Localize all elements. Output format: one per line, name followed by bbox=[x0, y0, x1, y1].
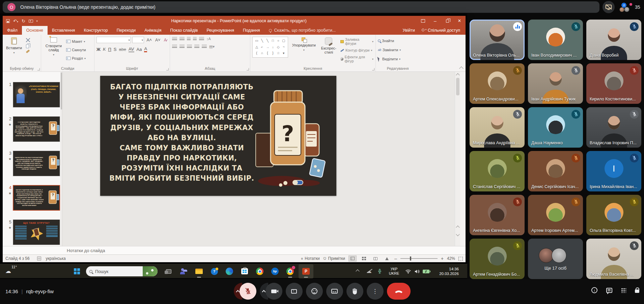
onedrive-tray-icon[interactable]: ☁ bbox=[364, 264, 374, 278]
tab-Анімація[interactable]: Анімація bbox=[140, 26, 166, 35]
shape-outline-button[interactable]: Контур фігури ▾ bbox=[340, 47, 373, 54]
slide-thumbnail-5[interactable]: 5★ЩО ТАКЕ ОТРУТА? bbox=[4, 219, 60, 245]
new-slide-button[interactable]: Створити слайд▾ bbox=[43, 37, 64, 62]
thumbnail-slide-preview[interactable]: «ПСИХОАКТИВНІ РЕЧОВИНИ (ПАР): ПРАВДА, РИ… bbox=[13, 82, 60, 108]
tray-expand-button[interactable] bbox=[354, 264, 362, 278]
font-size-combo[interactable]: ▾ bbox=[132, 37, 144, 43]
host-controls-button[interactable] bbox=[635, 290, 639, 293]
customize-qat-icon[interactable]: ▾ bbox=[36, 20, 38, 23]
tab-Конструктор[interactable]: Конструктор bbox=[79, 26, 112, 35]
clock-tray[interactable]: 14:3620.03.2026 bbox=[433, 264, 465, 278]
save-icon[interactable] bbox=[6, 19, 10, 23]
battery-tray-icon[interactable] bbox=[421, 264, 431, 278]
zoom-level[interactable]: 42% bbox=[447, 256, 455, 261]
change-case-button[interactable]: Aa bbox=[137, 47, 142, 52]
participant-tile[interactable]: Олена Вікторівна Оль... bbox=[470, 20, 525, 60]
close-button[interactable]: × bbox=[453, 16, 466, 26]
thumbnail-slide-preview[interactable]: Багато підлітків потрапляють у небезпечн… bbox=[13, 185, 60, 211]
align-center-icon[interactable] bbox=[179, 45, 185, 49]
increase-indent-icon[interactable] bbox=[193, 37, 197, 41]
shapes-gallery[interactable]: ▭╲╲□○▢ △⌐→↓◇~ (∩{}☆▾ bbox=[252, 37, 288, 58]
participant-tile[interactable]: Артем Генадійович Бо... bbox=[470, 239, 525, 279]
tab-Подання[interactable]: Подання bbox=[239, 26, 264, 35]
ribbon-display-options-button[interactable] bbox=[417, 16, 429, 26]
minimize-button[interactable]: – bbox=[429, 16, 441, 26]
participant-tile[interactable]: Денис Сергійович Ісач... bbox=[528, 151, 583, 191]
reading-view-button[interactable] bbox=[371, 255, 380, 262]
camera-control[interactable] bbox=[260, 283, 282, 300]
zoom-in-button[interactable]: + bbox=[441, 256, 444, 261]
hp-button[interactable]: hp bbox=[268, 264, 282, 278]
numbering-icon[interactable] bbox=[179, 37, 185, 41]
store-button[interactable] bbox=[238, 264, 251, 278]
bullets-icon[interactable] bbox=[172, 37, 177, 41]
tab-Файл[interactable]: Файл bbox=[3, 26, 22, 35]
participant-tile[interactable]: Артем Ігорович Артем... bbox=[528, 195, 583, 235]
thumbnails-scrollbar[interactable] bbox=[60, 72, 62, 246]
cut-icon[interactable] bbox=[26, 38, 30, 42]
participant-tile[interactable]: Іван Андрійович Тужик bbox=[528, 63, 583, 104]
previous-slide-button[interactable] bbox=[455, 224, 460, 231]
slide-thumbnail-4[interactable]: 4★Багато підлітків потрапляють у небезпе… bbox=[4, 185, 60, 211]
tab-Вставлення[interactable]: Вставлення bbox=[48, 26, 79, 35]
bold-button[interactable]: Ж bbox=[96, 47, 101, 52]
collapse-ribbon-icon[interactable] bbox=[459, 66, 464, 71]
vertical-scrollbar[interactable] bbox=[455, 72, 460, 246]
leave-call-button[interactable] bbox=[387, 283, 411, 300]
participant-tile[interactable]: Ангеліна Євгенівна Хо... bbox=[470, 195, 525, 235]
scrollbar-thumb[interactable] bbox=[456, 78, 459, 95]
slide-canvas[interactable]: БАГАТО ПІДЛІТКІВ ПОТРАПЛЯЮТЬ У НЕБЕЗПЕЧН… bbox=[100, 76, 336, 196]
font-color-button[interactable]: A bbox=[144, 46, 147, 52]
tips-button[interactable]: ? bbox=[207, 264, 221, 278]
chrome-profile-button[interactable] bbox=[283, 264, 297, 278]
columns-icon[interactable] bbox=[202, 45, 207, 49]
task-view-button[interactable] bbox=[162, 264, 175, 278]
participant-tile[interactable]: Іван Володимирович ... bbox=[528, 20, 583, 60]
powerpoint-taskbar-button[interactable]: P bbox=[299, 264, 313, 278]
shape-effects-button[interactable]: Ефекти для фігур ▾ bbox=[340, 56, 373, 62]
tab-Переходи[interactable]: Переходи bbox=[112, 26, 140, 35]
participant-tile[interactable]: Кирило Костянтинови... bbox=[586, 63, 641, 104]
shadow-button[interactable]: S bbox=[114, 47, 117, 52]
section-button[interactable]: Розділ ▾ bbox=[66, 55, 86, 62]
start-button[interactable] bbox=[70, 264, 84, 278]
dialog-launcher[interactable] bbox=[372, 68, 374, 70]
participant-tile[interactable]: Мирослава Андріївна ... bbox=[470, 107, 525, 148]
smartart-convert-icon[interactable]: ▤▾ bbox=[209, 44, 215, 49]
language-indicator[interactable]: українська bbox=[46, 256, 66, 261]
participant-tile[interactable]: Станіслав Сергійович ... bbox=[470, 151, 525, 191]
microphone-tray-icon[interactable] bbox=[375, 264, 384, 278]
wifi-tray-icon[interactable] bbox=[403, 264, 413, 278]
slideshow-icon[interactable] bbox=[29, 20, 33, 23]
underline-button[interactable]: П bbox=[108, 47, 111, 52]
slide-thumbnail-2[interactable]: 2★У сучасному світі підлітки можуть стик… bbox=[4, 116, 60, 142]
restore-button[interactable] bbox=[441, 16, 453, 26]
slide-thumbnail-3[interactable]: 3★Наркотичні та інші психоактивні речови… bbox=[4, 151, 60, 176]
mic-control[interactable] bbox=[234, 283, 256, 300]
redo-icon[interactable]: ↻ bbox=[22, 19, 25, 24]
slideshow-view-button[interactable] bbox=[383, 255, 391, 262]
notes-toggle[interactable]: ≡Нотатки bbox=[301, 256, 319, 261]
zoom-slider[interactable] bbox=[400, 258, 438, 259]
tab-Показ слайдів[interactable]: Показ слайдів bbox=[166, 26, 202, 35]
raise-hand-button[interactable] bbox=[346, 283, 363, 300]
dialog-launcher[interactable] bbox=[37, 68, 40, 70]
shrink-font-icon[interactable]: A˅ bbox=[154, 37, 162, 43]
italic-button[interactable]: К bbox=[103, 47, 106, 52]
line-spacing-icon[interactable] bbox=[199, 37, 204, 41]
participant-tile[interactable]: Людмила Василівна ... bbox=[586, 239, 641, 279]
language-switcher[interactable]: УКРUKRE bbox=[387, 264, 401, 278]
zoom-slider-thumb[interactable] bbox=[410, 256, 411, 261]
tab-Основне[interactable]: Основне bbox=[22, 26, 48, 35]
participant-tile[interactable]: Даша Науменко bbox=[528, 107, 583, 148]
mic-mute-button[interactable] bbox=[240, 283, 256, 300]
slide-thumbnail-1[interactable]: 1«ПСИХОАКТИВНІ РЕЧОВИНИ (ПАР): ПРАВДА, Р… bbox=[4, 82, 60, 108]
sign-in-button[interactable]: Увійти bbox=[403, 28, 415, 33]
shape-fill-button[interactable]: Заливка фігури ▾ bbox=[340, 38, 373, 45]
text-direction-icon[interactable]: ↕A bbox=[206, 37, 211, 41]
align-right-icon[interactable] bbox=[187, 45, 192, 49]
replace-button[interactable]: abЗамінити ▾ bbox=[378, 47, 418, 53]
arrange-button[interactable]: Упорядкувати▾ bbox=[291, 37, 317, 62]
activities-button[interactable] bbox=[621, 288, 626, 293]
thumbnail-slide-preview[interactable]: Наркотичні та інші психоактивні речовини… bbox=[13, 151, 60, 176]
